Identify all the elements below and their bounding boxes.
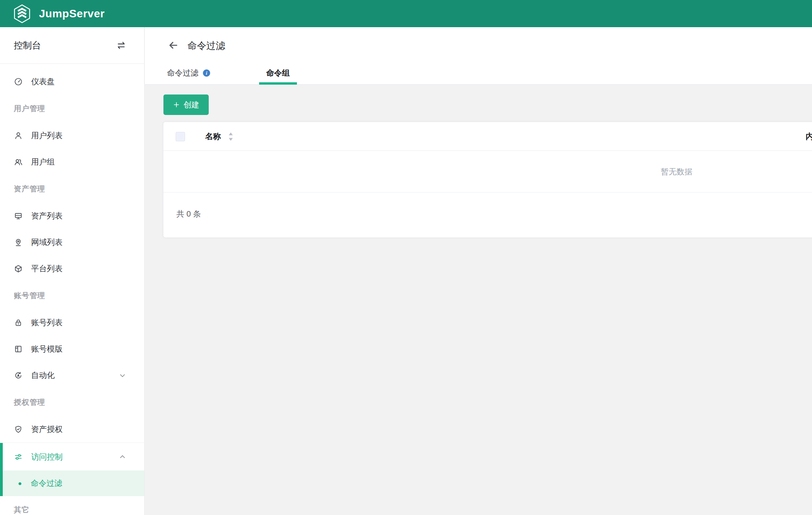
console-title: 控制台	[14, 27, 41, 64]
chevron-up-icon	[118, 452, 127, 461]
item-label: 资产授权	[31, 424, 63, 435]
top-header: JumpServer	[0, 0, 812, 27]
brand[interactable]: JumpServer	[13, 4, 105, 24]
user-group-icon	[14, 157, 23, 167]
jumpserver-app: JumpServer 控制台 仪表盘用户管理用户列表用户组资产管理资产列表网域列…	[0, 0, 812, 515]
back-arrow-icon[interactable]	[168, 40, 179, 51]
sidebar-item-platform-list[interactable]: 平台列表	[0, 256, 144, 282]
layout-icon	[14, 345, 23, 354]
create-button-label: 创建	[184, 100, 199, 110]
total-count: 共 0 条	[176, 193, 201, 235]
table-footer: 共 0 条	[163, 193, 812, 237]
automation-icon	[14, 371, 23, 380]
item-label: 资产列表	[31, 211, 63, 221]
section-label: 用户管理	[14, 104, 45, 114]
column-header-name[interactable]: 名称	[205, 122, 221, 151]
sidebar-item-account-list[interactable]: 账号列表	[0, 309, 144, 336]
switch-view-icon[interactable]	[115, 40, 127, 51]
sidebar-item-asset-permission[interactable]: 资产授权	[0, 416, 144, 443]
sidebar-item-access-control[interactable]: 访问控制	[0, 443, 144, 471]
sidebar-section-account-management: 账号管理	[0, 282, 144, 309]
map-pin-icon	[14, 238, 23, 247]
sort-carets-icon[interactable]	[228, 132, 234, 142]
sidebar-section-perm-management: 授权管理	[0, 389, 144, 416]
lock-icon	[14, 318, 23, 327]
sidebar-section-others: 其它	[0, 496, 144, 515]
sidebar-item-user-group[interactable]: 用户组	[0, 149, 144, 175]
plus-icon	[173, 101, 180, 108]
svg-text:i: i	[206, 70, 208, 76]
subitem-label: 命令过滤	[31, 478, 62, 489]
tab-label: 命令组	[266, 68, 290, 78]
sidebar-menu: 仪表盘用户管理用户列表用户组资产管理资产列表网域列表平台列表账号管理账号列表账号…	[0, 64, 144, 515]
item-label: 账号模版	[31, 344, 63, 354]
sidebar-item-domain-list[interactable]: 网域列表	[0, 229, 144, 256]
chevron-down-icon	[118, 371, 127, 380]
tab-command-filter[interactable]: 命令过滤 i	[167, 61, 211, 84]
jumpserver-logo-icon	[13, 4, 31, 24]
shield-check-icon	[14, 425, 23, 434]
user-icon	[14, 131, 23, 140]
dashboard-icon	[14, 77, 23, 86]
monitor-icon	[14, 211, 23, 220]
tab-label: 命令过滤	[167, 68, 198, 78]
select-all-checkbox[interactable]	[176, 132, 185, 141]
sidebar-header: 控制台	[0, 27, 144, 64]
sidebar-item-dashboard[interactable]: 仪表盘	[0, 69, 144, 95]
sidebar-item-automation[interactable]: 自动化	[0, 362, 144, 389]
brand-name: JumpServer	[39, 7, 105, 20]
table-body: 暂无数据	[163, 151, 812, 193]
section-label: 资产管理	[14, 184, 45, 194]
sidebar-section-asset-management: 资产管理	[0, 175, 144, 203]
item-label: 用户列表	[31, 130, 63, 141]
sidebar-item-asset-list[interactable]: 资产列表	[0, 203, 144, 229]
sidebar: 控制台 仪表盘用户管理用户列表用户组资产管理资产列表网域列表平台列表账号管理账号…	[0, 27, 145, 515]
item-label: 自动化	[31, 370, 55, 381]
tab-command-group[interactable]: 命令组	[259, 61, 297, 84]
column-header-content[interactable]: 内容	[806, 122, 812, 151]
sidebar-subitem-command-filter[interactable]: •命令过滤	[0, 471, 144, 496]
access-control-icon	[14, 452, 23, 461]
item-label: 账号列表	[31, 317, 63, 328]
empty-state-text: 暂无数据	[654, 151, 699, 193]
item-label: 用户组	[31, 157, 55, 167]
sidebar-item-account-template[interactable]: 账号模版	[0, 336, 144, 362]
sidebar-section-user-management: 用户管理	[0, 95, 144, 122]
cube-icon	[14, 264, 23, 273]
section-label: 其它	[14, 505, 30, 515]
main-area: 命令过滤 命令过滤 i 命令组	[145, 27, 812, 515]
item-label: 网域列表	[31, 237, 63, 248]
page-header: 命令过滤 命令过滤 i 命令组	[145, 27, 812, 85]
item-label: 平台列表	[31, 263, 63, 274]
section-label: 账号管理	[14, 291, 45, 301]
create-button[interactable]: 创建	[163, 94, 209, 115]
info-icon[interactable]: i	[202, 69, 211, 77]
item-label: 仪表盘	[31, 76, 55, 87]
item-label: 访问控制	[31, 452, 63, 462]
sidebar-item-user-list[interactable]: 用户列表	[0, 122, 144, 149]
table-card: 名称 内容 暂无数据 共 0 条	[163, 122, 812, 237]
table-header-row: 名称 内容	[163, 122, 812, 151]
section-label: 授权管理	[14, 397, 45, 408]
page-title: 命令过滤	[187, 39, 225, 52]
content-area: 创建 名称 内容 暂无数据	[145, 85, 812, 515]
